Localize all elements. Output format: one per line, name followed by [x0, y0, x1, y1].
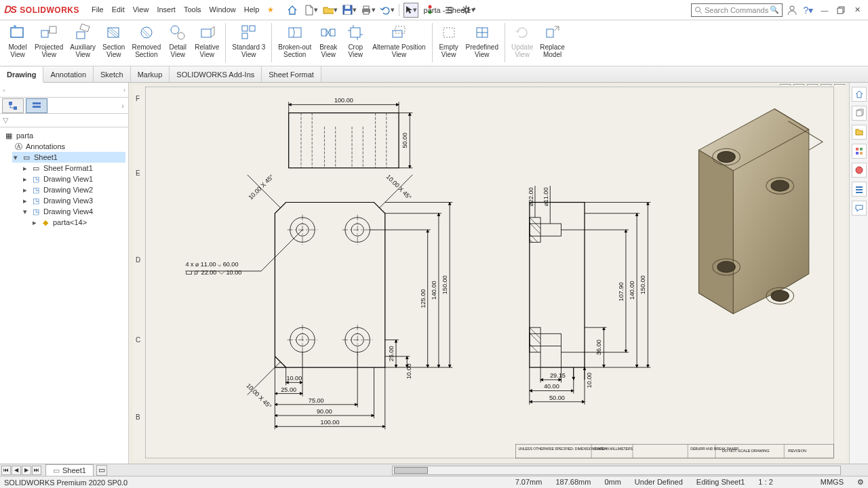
- select-icon[interactable]: ▾: [403, 3, 418, 18]
- undo-icon[interactable]: ▾: [380, 3, 395, 18]
- tree-parta14[interactable]: ▸◆parta<14>: [31, 217, 125, 228]
- new-icon[interactable]: ▾: [304, 3, 319, 18]
- svg-text:10.00 X 45°: 10.00 X 45°: [245, 382, 273, 410]
- tab-sketch[interactable]: Sketch: [94, 66, 131, 82]
- add-sheet-icon[interactable]: ▭: [96, 465, 107, 476]
- tree-dv2[interactable]: ▸◳Drawing View2: [22, 184, 125, 195]
- tab-drawing[interactable]: Drawing: [0, 67, 43, 83]
- minimize-button[interactable]: —: [818, 3, 831, 17]
- command-search[interactable]: Search Commands 🔍: [691, 3, 783, 17]
- svg-rect-26: [289, 28, 301, 37]
- svg-text:50.00: 50.00: [549, 394, 565, 401]
- taskpane-forum-icon[interactable]: [852, 201, 867, 216]
- taskpane-resources-icon[interactable]: [852, 106, 867, 121]
- tab-annotation[interactable]: Annotation: [43, 66, 94, 82]
- cmd-predefined-view[interactable]: PredefinedView: [462, 23, 502, 58]
- menu-window[interactable]: Window: [205, 5, 240, 14]
- sheet-first-icon[interactable]: ⏮: [1, 466, 11, 475]
- horizontal-scrollbar[interactable]: [392, 466, 841, 475]
- cmd-detail-view[interactable]: DetailView: [164, 23, 191, 58]
- tree-sheet-format[interactable]: ▸▭Sheet Format1: [22, 163, 125, 174]
- view-icon: ◳: [31, 174, 41, 184]
- help-icon[interactable]: ?▾: [802, 3, 815, 17]
- menu-tools[interactable]: Tools: [180, 5, 205, 14]
- menu-file[interactable]: File: [87, 5, 108, 14]
- taskpane-design-library-icon[interactable]: [852, 125, 867, 140]
- cmd-model-view[interactable]: ModelView: [4, 23, 31, 58]
- search-go-icon[interactable]: 🔍: [770, 5, 779, 14]
- collapse-icon[interactable]: ▾: [14, 153, 19, 162]
- status-bar: SOLIDWORKS Premium 2020 SP0.0 7.07mm 187…: [0, 476, 868, 488]
- sheet-last-icon[interactable]: ⏭: [32, 466, 41, 475]
- panel-expand-icon[interactable]: ›: [123, 87, 125, 94]
- cmd-auxiliary-view[interactable]: AuxiliaryView: [66, 23, 99, 58]
- cmd-section-view[interactable]: SectionView: [99, 23, 128, 58]
- cmd-standard-3-view[interactable]: Standard 3View: [229, 23, 269, 58]
- svg-rect-25: [242, 33, 248, 39]
- tree-dv4[interactable]: ▾◳Drawing View4: [22, 206, 125, 217]
- tab-sheet-format[interactable]: Sheet Format: [262, 66, 321, 82]
- save-icon[interactable]: ▾: [342, 3, 357, 18]
- cmd-break-view[interactable]: BreakView: [315, 23, 342, 58]
- sheet-prev-icon[interactable]: ◀: [12, 466, 21, 475]
- menu-insert[interactable]: Insert: [153, 5, 180, 14]
- cmd-crop-view[interactable]: CropView: [342, 23, 369, 58]
- panel-tab-property-icon[interactable]: [26, 98, 47, 113]
- sheet-next-icon[interactable]: ▶: [22, 466, 31, 475]
- svg-rect-38: [33, 106, 41, 108]
- sheet-tab-icon: ▭: [53, 466, 60, 475]
- cmd-broken-out-section[interactable]: Broken-outSection: [275, 23, 315, 58]
- svg-rect-173: [856, 152, 859, 155]
- taskpane-appearances-icon[interactable]: [852, 163, 867, 178]
- svg-rect-2: [344, 11, 351, 14]
- svg-rect-30: [393, 30, 402, 37]
- svg-text:25.00: 25.00: [281, 386, 296, 393]
- drawing-canvas[interactable]: ◰ ◱ — □ ✕ Auto Dimensions F E D C B: [129, 83, 868, 464]
- drawing-sheet: F E D C B: [133, 85, 846, 460]
- user-icon[interactable]: [785, 3, 799, 17]
- menu-view[interactable]: View: [129, 5, 153, 14]
- format-icon: ▭: [31, 163, 41, 173]
- cmd-empty-view[interactable]: EmptyView: [435, 23, 462, 58]
- svg-rect-35: [9, 102, 12, 105]
- menu-edit[interactable]: Edit: [108, 5, 129, 14]
- close-button[interactable]: ✕: [850, 3, 864, 17]
- sheet-nav-buttons: ⏮ ◀ ▶ ⏭: [0, 466, 43, 475]
- status-scale[interactable]: 1 : 2: [758, 478, 772, 487]
- cmd-projected-view[interactable]: ProjectedView: [31, 23, 66, 58]
- menu-help[interactable]: Help: [240, 5, 264, 14]
- svg-point-152: [717, 151, 735, 162]
- panel-tab-feature-tree-icon[interactable]: [2, 98, 24, 113]
- tab-markup[interactable]: Markup: [131, 66, 170, 82]
- status-coord-x: 7.07mm: [515, 478, 542, 487]
- home-icon[interactable]: [285, 3, 300, 18]
- cmd-replace-model[interactable]: ReplaceModel: [536, 23, 568, 58]
- svg-line-79: [261, 230, 302, 271]
- tree-dv3[interactable]: ▸◳Drawing View3: [22, 195, 125, 206]
- cmd-removed-section[interactable]: RemovedSection: [128, 23, 164, 58]
- tab-addins[interactable]: SOLIDWORKS Add-Ins: [170, 66, 262, 82]
- status-units[interactable]: MMGS: [821, 478, 844, 487]
- cmd-relative-view[interactable]: RelativeView: [191, 23, 222, 58]
- svg-text:UNLESS OTHERWISE SPECIFIED:
DI: UNLESS OTHERWISE SPECIFIED: DIMENSIONS A…: [519, 447, 633, 451]
- tree-annotations[interactable]: Ⓐ Annotations: [12, 141, 125, 152]
- print-icon[interactable]: ▾: [361, 3, 376, 18]
- filter-funnel-icon[interactable]: ▽: [3, 116, 8, 125]
- open-icon[interactable]: ▾: [323, 3, 338, 18]
- cmd-alternate-position-view[interactable]: Alternate PositionView: [369, 23, 429, 58]
- restore-button[interactable]: [834, 3, 848, 17]
- taskpane-custom-props-icon[interactable]: [852, 182, 867, 197]
- sheet-tab-sheet1[interactable]: ▭ Sheet1: [45, 464, 94, 476]
- drawing-svg: 100.00 50.00: [133, 85, 846, 460]
- panel-chevron-icon[interactable]: ›: [121, 102, 124, 110]
- tree-sheet1[interactable]: ▾ ▭ Sheet1: [12, 152, 125, 163]
- tree-dv1[interactable]: ▸◳Drawing View1: [22, 174, 125, 184]
- taskpane-home-icon[interactable]: [852, 87, 867, 102]
- svg-rect-37: [33, 102, 41, 104]
- taskpane-view-palette-icon[interactable]: [852, 144, 867, 159]
- menu-star-icon[interactable]: ★: [263, 5, 278, 14]
- tree-root[interactable]: ▦ parta: [3, 130, 125, 141]
- part-icon: ◆: [41, 218, 50, 227]
- svg-point-154: [717, 262, 735, 272]
- status-gear-icon[interactable]: ⚙: [857, 478, 864, 487]
